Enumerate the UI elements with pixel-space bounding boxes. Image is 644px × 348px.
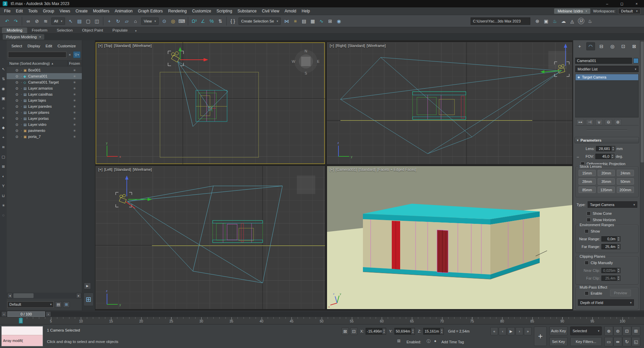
fov-field[interactable]: 45,0▴▾ xyxy=(595,154,614,159)
go-to-start-button[interactable]: « xyxy=(490,327,498,335)
stock-lens-button[interactable]: 50mm xyxy=(617,178,634,185)
object-color-swatch[interactable] xyxy=(633,58,639,63)
menu-item[interactable]: Tools xyxy=(25,7,40,15)
ribbon-config-arrow-icon[interactable]: ▾ xyxy=(132,29,140,33)
render-in-cloud-icon[interactable]: ☁ xyxy=(559,17,568,26)
explorer-list-menu-button[interactable]: ▤ xyxy=(55,301,62,308)
filter-button[interactable]: ▽▾ xyxy=(73,51,80,58)
select-and-place-icon[interactable]: ⌂ xyxy=(131,17,140,26)
viewport-label-segment[interactable]: [Standard] xyxy=(348,44,365,48)
spinner-up-icon[interactable]: ▴ xyxy=(440,329,443,331)
maxscript-mini-listener[interactable]: Array modifi( xyxy=(1,326,43,346)
maximize-button[interactable]: ◻ xyxy=(614,0,629,7)
explorer-row[interactable]: ⊙ · ▣ Box001 ✳ xyxy=(7,67,82,73)
close-button[interactable]: × xyxy=(629,0,644,7)
select-and-scale-icon[interactable]: ▱ xyxy=(122,17,131,26)
modifier-stack-item[interactable]: ◆ Target Camera xyxy=(576,74,638,80)
spinner-down-icon[interactable]: ▾ xyxy=(611,156,614,159)
absolute-offset-mode-icon[interactable]: ⊡ xyxy=(350,328,358,335)
edit-named-selection-sets-icon[interactable]: { } xyxy=(228,17,237,26)
project-folder-field[interactable] xyxy=(471,17,530,25)
select-and-move-icon[interactable]: + xyxy=(105,17,114,26)
remove-modifier-icon[interactable]: ⊖ xyxy=(605,119,612,125)
explorer-row[interactable]: ⊙ · ◆ Camera001 ✳ xyxy=(7,73,82,79)
fov-direction-flyout-icon[interactable]: ↔ xyxy=(575,154,581,158)
set-key-button[interactable]: Set Key xyxy=(549,337,568,346)
frozen-toggle-icon[interactable]: ✳ xyxy=(73,117,76,120)
ribbon-tab[interactable]: Selection xyxy=(52,28,77,33)
viewport-label-segment[interactable]: [Wireframe] xyxy=(133,167,152,171)
listener-macro-line[interactable] xyxy=(2,327,43,335)
previous-frame-button[interactable]: ‹ xyxy=(499,327,506,335)
add-time-tag[interactable]: Add Time Tag xyxy=(441,340,464,344)
spinner[interactable]: ▴▾ xyxy=(616,276,620,281)
view-cube[interactable] xyxy=(297,176,315,194)
spinner[interactable]: ▴▾ xyxy=(440,328,443,334)
key-set-dropdown[interactable]: Selected▾ xyxy=(570,327,602,335)
spinner-down-icon[interactable]: ▾ xyxy=(617,247,620,249)
stock-lens-button[interactable]: 28mm xyxy=(579,178,596,185)
column-divider[interactable] xyxy=(67,61,68,66)
maximize-viewport-toggle-icon[interactable]: ◱ xyxy=(632,337,640,346)
spinner-up-icon[interactable]: ▴ xyxy=(382,329,386,331)
far-range-field[interactable]: 25,4m▴▾ xyxy=(601,244,621,249)
orbit-icon[interactable]: ↻ xyxy=(623,337,631,346)
workspace-dropdown[interactable]: Default▾ xyxy=(618,8,641,14)
zoom-icon[interactable]: ⊕ xyxy=(604,326,613,336)
explorer-menu-item[interactable]: Select xyxy=(9,42,24,49)
frozen-toggle-icon[interactable]: ✳ xyxy=(73,99,76,102)
explorer-menu-item[interactable]: Display xyxy=(25,42,42,49)
viewport-left[interactable]: [+][Left][Standard][Wireframe] xyxy=(96,166,325,309)
visibility-eye-icon[interactable]: ⊙ xyxy=(15,87,18,90)
select-and-rotate-icon[interactable]: ↻ xyxy=(114,17,122,26)
near-clip-field[interactable]: 0,025m▴▾ xyxy=(601,268,621,273)
time-tag-grid-icon[interactable]: ⊞ xyxy=(397,339,400,343)
make-unique-icon[interactable]: ⊎ xyxy=(595,119,603,125)
ribbon-tab[interactable]: Object Paint xyxy=(77,28,108,33)
menu-item[interactable]: Arnold xyxy=(282,7,299,15)
visibility-eye-icon[interactable]: ⊙ xyxy=(15,68,18,72)
view-cube[interactable]: W N E S xyxy=(292,49,320,75)
viewport-label-segment[interactable]: [Top] xyxy=(104,44,112,48)
show-cameras-icon[interactable]: ◆ xyxy=(0,124,6,131)
viewport-label-segment[interactable]: [Camera001] xyxy=(336,167,357,171)
x-coordinate-field[interactable]: -15,496m▴▾ xyxy=(366,328,386,335)
frozen-toggle-icon[interactable]: ✳ xyxy=(73,93,76,96)
auto-key-button[interactable]: Auto Key xyxy=(549,327,568,335)
viewport-label-segment[interactable]: [Standard] xyxy=(114,44,131,48)
stock-lens-button[interactable]: 35mm xyxy=(598,178,615,185)
viewport-label-segment[interactable]: [Left] xyxy=(104,167,112,171)
rendered-frame-window-icon[interactable]: ▣ xyxy=(542,17,550,26)
selection-filter-dropdown[interactable]: All▾ xyxy=(51,17,65,25)
menu-item[interactable]: Views xyxy=(57,7,73,15)
spinner[interactable]: ▴▾ xyxy=(616,268,620,273)
visibility-eye-icon[interactable]: ⊙ xyxy=(15,135,18,139)
explorer-menu-item[interactable]: Edit xyxy=(44,42,54,49)
mirror-icon[interactable]: ⋈ xyxy=(282,17,291,26)
reference-coordinate-dropdown[interactable]: View▾ xyxy=(141,17,159,25)
spinner[interactable]: ▴▾ xyxy=(411,328,415,334)
spinner-down-icon[interactable]: ▾ xyxy=(617,278,620,281)
far-clip-field[interactable]: 25,4m▴▾ xyxy=(601,276,621,281)
selection-lock-toggle-icon[interactable]: ⊠ xyxy=(341,328,349,335)
menu-item[interactable]: Scripting xyxy=(214,7,235,15)
show-cone-checkbox[interactable] xyxy=(587,211,591,215)
explorer-row[interactable]: ⊙ · ▤ Layer:pilares ✳ xyxy=(7,109,82,115)
lens-field[interactable]: 28,681▴▾ xyxy=(596,146,615,151)
zoom-region-icon[interactable]: ▭ xyxy=(604,337,613,346)
menu-item[interactable]: Create xyxy=(73,7,90,15)
multi-pass-effect-dropdown[interactable]: Depth of Field▾ xyxy=(578,299,634,306)
frozen-toggle-icon[interactable]: ✳ xyxy=(73,129,76,133)
viewport-label-segment[interactable]: [+] xyxy=(330,167,334,171)
next-frame-button[interactable]: › xyxy=(516,327,523,335)
frozen-toggle-icon[interactable]: ✳ xyxy=(73,111,76,114)
spinner[interactable]: ▴▾ xyxy=(382,328,386,334)
undo-icon[interactable]: ↶ xyxy=(3,17,11,26)
stock-lens-button[interactable]: 85mm xyxy=(579,187,596,193)
z-coordinate-field[interactable]: 15,161m▴▾ xyxy=(423,328,444,335)
menu-item[interactable]: Customize xyxy=(190,7,214,15)
menu-item[interactable]: Graph Editors xyxy=(135,7,165,15)
spinner-up-icon[interactable]: ▴ xyxy=(617,237,620,239)
menu-item[interactable]: Rendering xyxy=(165,7,189,15)
preview-button[interactable]: Preview xyxy=(610,290,631,296)
